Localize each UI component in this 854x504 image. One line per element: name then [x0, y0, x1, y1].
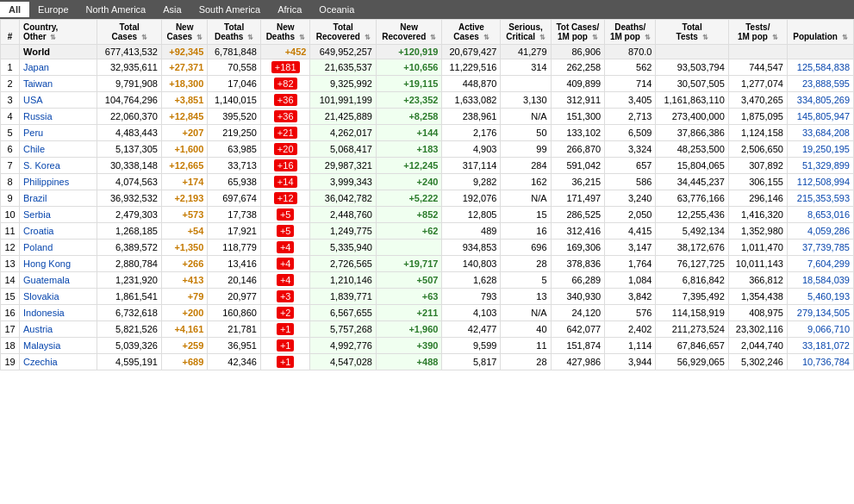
- th-population[interactable]: Population ⇅: [787, 20, 853, 45]
- nav-north-america[interactable]: North America: [78, 2, 155, 17]
- row-total-deaths: 160,860: [208, 305, 261, 321]
- row-new-recovered: +19,717: [376, 256, 441, 272]
- th-country[interactable]: Country,Other ⇅: [20, 20, 97, 45]
- country-link[interactable]: Austria: [23, 324, 53, 334]
- country-link[interactable]: Brazil: [23, 193, 47, 203]
- row-total-tests: 6,816,842: [656, 272, 728, 289]
- country-link[interactable]: Serbia: [23, 209, 51, 220]
- table-row: 16 Indonesia 6,732,618 +200 160,860 +2 6…: [1, 305, 854, 321]
- row-tot-cases-1m: 262,258: [551, 59, 605, 76]
- th-new-deaths[interactable]: NewDeaths ⇅: [260, 20, 310, 45]
- row-population: 4,059,286: [787, 223, 853, 240]
- row-population: 33,684,208: [787, 125, 853, 141]
- country-link[interactable]: Taiwan: [23, 78, 53, 89]
- th-total-deaths[interactable]: TotalDeaths ⇅: [208, 20, 261, 45]
- country-link[interactable]: Japan: [23, 62, 49, 72]
- row-total-recovered: 1,210,146: [310, 272, 376, 289]
- row-country: Japan: [20, 59, 97, 76]
- th-total-cases[interactable]: TotalCases ⇅: [97, 20, 162, 45]
- country-link[interactable]: Slovakia: [23, 291, 59, 302]
- row-tot-cases-1m: 409,899: [551, 76, 605, 92]
- row-active-cases: 1,633,082: [442, 92, 501, 109]
- row-total-recovered: 3,999,343: [310, 174, 376, 190]
- row-population: 7,604,299: [787, 256, 853, 272]
- row-num: 18: [1, 338, 20, 354]
- row-num: 4: [1, 109, 20, 125]
- row-total-tests: 7,395,492: [656, 289, 728, 305]
- row-new-recovered: +507: [376, 272, 441, 289]
- country-link[interactable]: Croatia: [23, 226, 53, 236]
- country-link[interactable]: Poland: [23, 242, 53, 252]
- row-total-cases: 4,595,191: [97, 354, 162, 370]
- nav-south-america[interactable]: South America: [190, 2, 270, 17]
- th-new-recovered[interactable]: NewRecovered ⇅: [376, 20, 441, 45]
- country-link[interactable]: Chile: [23, 144, 45, 154]
- nav-africa[interactable]: Africa: [269, 2, 310, 17]
- row-country: Czechia: [20, 354, 97, 370]
- row-deaths-1m: 3,147: [605, 240, 656, 256]
- row-tests-1m: 1,277,074: [728, 76, 787, 92]
- row-new-cases: +266: [161, 256, 207, 272]
- th-total-recovered[interactable]: TotalRecovered ⇅: [310, 20, 376, 45]
- row-serious-critical: [501, 76, 551, 92]
- nav-oceania[interactable]: Oceania: [310, 2, 363, 17]
- country-link[interactable]: Peru: [23, 128, 43, 138]
- row-new-deaths: +4: [260, 240, 310, 256]
- country-link[interactable]: Philippines: [23, 177, 69, 187]
- row-serious-critical: 284: [501, 158, 551, 174]
- row-total-recovered: 101,991,199: [310, 92, 376, 109]
- country-link[interactable]: Russia: [23, 111, 53, 121]
- th-tot-cases-1m[interactable]: Tot Cases/1M pop ⇅: [551, 20, 605, 45]
- th-total-tests[interactable]: TotalTests ⇅: [656, 20, 728, 45]
- row-new-deaths: +5: [260, 207, 310, 223]
- row-tests-1m: 744,547: [728, 59, 787, 76]
- country-link[interactable]: Hong Kong: [23, 258, 71, 269]
- row-total-tests: 211,273,524: [656, 321, 728, 338]
- row-total-deaths: 63,985: [208, 141, 261, 158]
- row-tests-1m: 1,875,095: [728, 109, 787, 125]
- new-deaths-badge: +1: [277, 323, 295, 335]
- th-serious-critical[interactable]: Serious,Critical ⇅: [501, 20, 551, 45]
- country-link[interactable]: Indonesia: [23, 308, 65, 318]
- nav-all[interactable]: All: [0, 2, 29, 17]
- country-link[interactable]: Malaysia: [23, 340, 60, 351]
- country-link[interactable]: Czechia: [23, 357, 58, 367]
- country-link[interactable]: Guatemala: [23, 275, 70, 285]
- new-deaths-badge: +36: [274, 110, 297, 122]
- th-num[interactable]: #: [1, 20, 20, 45]
- th-tests-1m[interactable]: Tests/1M pop ⇅: [728, 20, 787, 45]
- row-tests-1m: 306,155: [728, 174, 787, 190]
- table-row: 13 Hong Kong 2,880,784 +266 13,416 +4 2,…: [1, 256, 854, 272]
- row-total-tests: 56,929,065: [656, 354, 728, 370]
- row-tot-cases-1m: 36,215: [551, 174, 605, 190]
- table-row: 9 Brazil 36,932,532 +2,193 697,674 +12 3…: [1, 190, 854, 207]
- row-total-deaths: 65,938: [208, 174, 261, 190]
- row-population: 215,353,593: [787, 190, 853, 207]
- row-new-deaths: +3: [260, 289, 310, 305]
- row-deaths-1m: 2,402: [605, 321, 656, 338]
- th-active-cases[interactable]: ActiveCases ⇅: [442, 20, 501, 45]
- row-new-recovered: +19,115: [376, 76, 441, 92]
- country-link[interactable]: USA: [23, 95, 43, 105]
- world-total-cases: 677,413,532: [97, 45, 162, 59]
- country-link[interactable]: S. Korea: [23, 160, 60, 171]
- nav-europe[interactable]: Europe: [29, 2, 77, 17]
- row-tests-1m: 2,506,650: [728, 141, 787, 158]
- row-serious-critical: 50: [501, 125, 551, 141]
- row-deaths-1m: 714: [605, 76, 656, 92]
- row-tests-1m: 307,892: [728, 158, 787, 174]
- row-country: Indonesia: [20, 305, 97, 321]
- row-tests-1m: 296,146: [728, 190, 787, 207]
- row-country: Serbia: [20, 207, 97, 223]
- row-active-cases: 489: [442, 223, 501, 240]
- th-deaths-1m[interactable]: Deaths/1M pop ⇅: [605, 20, 656, 45]
- row-new-deaths: +20: [260, 141, 310, 158]
- row-serious-critical: 5: [501, 272, 551, 289]
- row-total-recovered: 5,335,940: [310, 240, 376, 256]
- row-tests-1m: 1,352,980: [728, 223, 787, 240]
- row-total-tests: 1,161,863,110: [656, 92, 728, 109]
- row-total-tests: 273,400,000: [656, 109, 728, 125]
- table-row: 6 Chile 5,137,305 +1,600 63,985 +20 5,06…: [1, 141, 854, 158]
- th-new-cases[interactable]: NewCases ⇅: [161, 20, 207, 45]
- nav-asia[interactable]: Asia: [154, 2, 190, 17]
